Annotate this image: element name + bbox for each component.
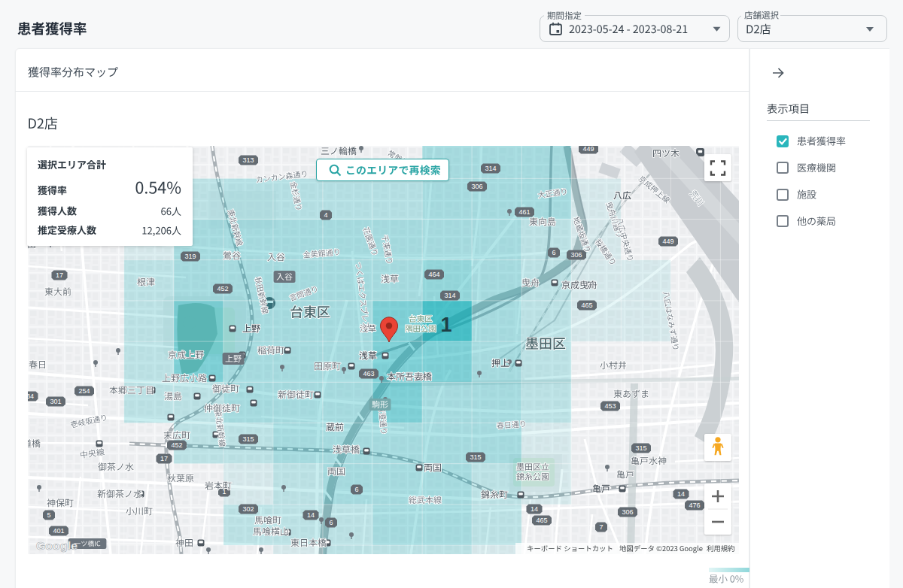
svg-text:4: 4: [324, 211, 327, 219]
svg-text:314: 314: [485, 165, 496, 172]
svg-text:401: 401: [53, 527, 64, 535]
svg-text:254: 254: [78, 387, 90, 395]
svg-text:464: 464: [428, 271, 439, 278]
svg-text:463: 463: [363, 370, 374, 377]
svg-text:452: 452: [171, 441, 182, 449]
svg-text:14: 14: [677, 490, 685, 498]
svg-text:14: 14: [531, 505, 538, 513]
svg-text:315: 315: [635, 444, 646, 452]
svg-text:5: 5: [47, 511, 50, 519]
svg-text:Google: Google: [36, 539, 78, 552]
svg-text:449: 449: [662, 238, 673, 245]
svg-text:306: 306: [471, 183, 482, 190]
svg-text:465: 465: [536, 517, 547, 524]
svg-text:34: 34: [28, 393, 34, 400]
svg-text:314: 314: [444, 292, 455, 299]
svg-text:319: 319: [184, 253, 196, 260]
svg-text:449: 449: [582, 146, 594, 153]
svg-text:301: 301: [50, 398, 61, 405]
svg-text:14: 14: [307, 511, 315, 519]
svg-text:453: 453: [604, 402, 616, 410]
svg-text:306: 306: [622, 508, 633, 516]
svg-text:1: 1: [440, 314, 451, 336]
svg-text:452: 452: [217, 285, 228, 292]
svg-text:6: 6: [552, 249, 555, 256]
svg-text:315: 315: [470, 453, 481, 461]
svg-text:302: 302: [242, 505, 254, 513]
svg-text:461: 461: [518, 208, 530, 216]
svg-text:313: 313: [242, 156, 254, 164]
svg-text:6: 6: [354, 486, 358, 493]
svg-text:465: 465: [581, 302, 592, 309]
svg-text:476: 476: [689, 502, 700, 509]
svg-text:315: 315: [242, 435, 254, 443]
svg-text:17: 17: [56, 271, 63, 279]
svg-text:306: 306: [570, 251, 582, 259]
svg-text:6: 6: [329, 519, 333, 526]
svg-text:7: 7: [599, 523, 603, 531]
svg-text:17: 17: [160, 455, 168, 462]
